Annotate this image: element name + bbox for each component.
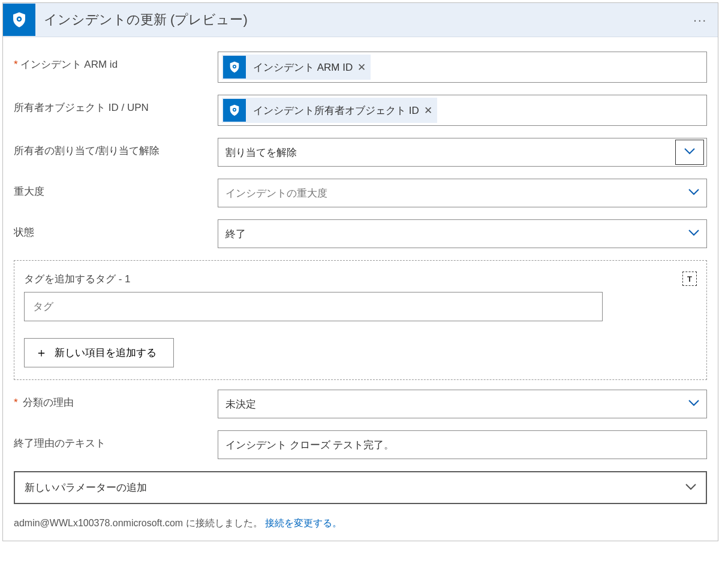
required-mark: * [14, 59, 18, 70]
svg-point-5 [234, 109, 236, 111]
arm-id-input[interactable]: インシデント ARM ID ✕ [218, 52, 707, 83]
status-select[interactable]: 終了 [218, 219, 707, 248]
connection-status-text: admin@WWLx100378.onmicrosoft.com に接続しました… [14, 518, 265, 528]
card-header: インシデントの更新 (プレビュー) ··· [3, 3, 718, 37]
switch-mode-icon[interactable]: T [682, 272, 697, 286]
select-value: 終了 [225, 227, 246, 241]
tag-input[interactable]: タグ [24, 292, 603, 321]
tags-group: タグを追加するタグ - 1 T タグ ＋ 新しい項目を追加する [14, 260, 707, 380]
field-close-reason-text: 終了理由のテキスト インシデント クローズ テスト完了。 [14, 430, 707, 459]
field-status: 状態 終了 [14, 219, 707, 248]
field-label: 重大度 [14, 179, 218, 198]
token-remove-icon[interactable]: ✕ [424, 104, 432, 117]
connection-footer: admin@WWLx100378.onmicrosoft.com に接続しました… [14, 517, 707, 530]
severity-select[interactable]: インシデントの重大度 [218, 179, 707, 207]
required-mark: * [14, 397, 18, 408]
chevron-down-icon [688, 398, 699, 410]
field-label: 所有者の割り当て/割り当て解除 [14, 138, 218, 158]
token-owner-object-id[interactable]: インシデント所有者オブジェクト ID ✕ [222, 98, 437, 123]
classification-select[interactable]: 未決定 [218, 390, 707, 418]
input-value: インシデント クローズ テスト完了。 [225, 438, 394, 452]
field-owner-assign: 所有者の割り当て/割り当て解除 割り当てを解除 [14, 138, 707, 167]
sentinel-shield-icon [223, 56, 246, 79]
select-value: 割り当てを解除 [225, 146, 297, 159]
field-label: *インシデント ARM id [14, 52, 218, 71]
owner-id-input[interactable]: インシデント所有者オブジェクト ID ✕ [218, 95, 707, 126]
plus-icon: ＋ [35, 345, 47, 361]
assign-select[interactable]: 割り当てを解除 [218, 138, 707, 167]
field-label: 終了理由のテキスト [14, 430, 218, 450]
chevron-down-icon [688, 187, 699, 199]
tags-label: タグを追加するタグ - 1 [24, 272, 131, 286]
token-label: インシデント所有者オブジェクト ID [253, 104, 419, 117]
sentinel-shield-icon [3, 4, 35, 36]
field-label: * 分類の理由 [14, 390, 218, 409]
field-label: 所有者オブジェクト ID / UPN [14, 95, 218, 114]
field-incident-arm-id: *インシデント ARM id インシデント ARM ID ✕ [14, 52, 707, 83]
select-value: 未決定 [225, 397, 256, 411]
token-remove-icon[interactable]: ✕ [357, 61, 366, 74]
card-body: *インシデント ARM id インシデント ARM ID ✕ [3, 37, 718, 541]
sentinel-shield-icon [223, 99, 246, 122]
field-label: 状態 [14, 219, 218, 239]
svg-point-1 [18, 18, 20, 20]
card-title: インシデントの更新 (プレビュー) [44, 11, 248, 29]
svg-point-3 [234, 66, 236, 68]
add-item-button[interactable]: ＋ 新しい項目を追加する [24, 338, 174, 367]
token-incident-arm-id[interactable]: インシデント ARM ID ✕ [222, 55, 371, 80]
field-classification-reason: * 分類の理由 未決定 [14, 390, 707, 418]
add-item-label: 新しい項目を追加する [55, 346, 157, 360]
update-incident-card: インシデントの更新 (プレビュー) ··· *インシデント ARM id [2, 2, 718, 541]
token-label: インシデント ARM ID [253, 61, 353, 74]
field-owner-object-id: 所有者オブジェクト ID / UPN インシデント所有者オブジェクト ID ✕ [14, 95, 707, 126]
close-reason-input[interactable]: インシデント クローズ テスト完了。 [218, 430, 707, 459]
chevron-down-icon [685, 482, 696, 494]
add-new-parameter-select[interactable]: 新しいパラメーターの追加 [14, 471, 707, 504]
chevron-down-icon [688, 228, 699, 240]
new-param-label: 新しいパラメーターの追加 [25, 481, 147, 494]
field-severity: 重大度 インシデントの重大度 [14, 179, 707, 207]
card-menu-button[interactable]: ··· [693, 13, 707, 27]
chevron-down-icon [675, 140, 704, 165]
select-value: インシデントの重大度 [225, 186, 327, 200]
change-connection-link[interactable]: 接続を変更する。 [265, 518, 342, 528]
